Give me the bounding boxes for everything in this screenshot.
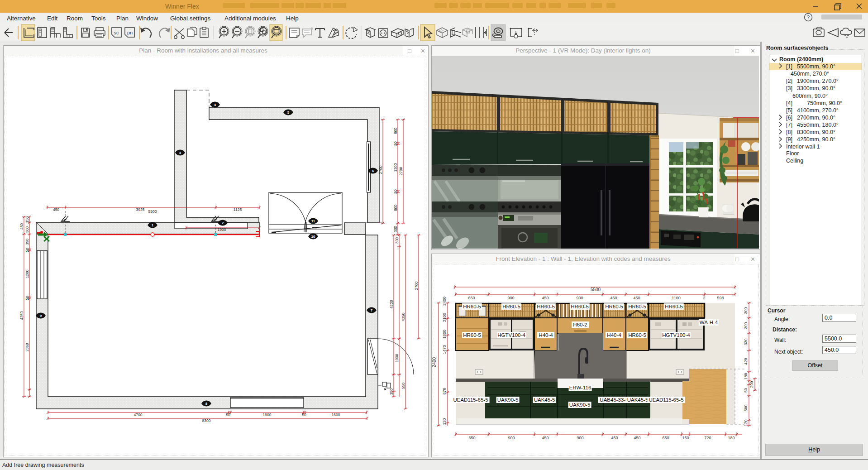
svg-text:HR60-5: HR60-5 [605, 304, 623, 309]
svg-text:390: 390 [25, 239, 29, 245]
svg-text:120: 120 [744, 419, 748, 426]
svg-text:50: 50 [744, 388, 748, 393]
svg-text:2700: 2700 [414, 281, 419, 290]
svg-text:HR60-5: HR60-5 [502, 304, 520, 309]
svg-text:8300: 8300 [202, 418, 211, 423]
svg-text:1100: 1100 [672, 296, 680, 300]
svg-text:450: 450 [611, 436, 618, 440]
svg-text:50: 50 [393, 141, 398, 146]
svg-text:300: 300 [744, 307, 748, 314]
svg-text:650: 650 [662, 436, 669, 440]
svg-text:300: 300 [25, 226, 29, 233]
svg-text:7: 7 [371, 308, 373, 312]
svg-text:450: 450 [542, 296, 548, 300]
svg-text:50: 50 [302, 412, 306, 417]
svg-text:300: 300 [744, 322, 748, 329]
svg-text:4250: 4250 [19, 311, 24, 320]
svg-text:HGTV100-4: HGTV100-4 [497, 332, 525, 338]
svg-text:2700: 2700 [378, 165, 383, 174]
svg-text:HR60-5: HR60-5 [463, 332, 481, 338]
svg-text:11: 11 [311, 219, 315, 223]
svg-text:H40-4: H40-4 [539, 332, 553, 338]
svg-text:1600: 1600 [332, 412, 340, 417]
svg-text:500: 500 [744, 404, 748, 411]
svg-text:450: 450 [634, 436, 640, 440]
svg-text:UEAD115-65-5: UEAD115-65-5 [649, 397, 683, 403]
svg-text:50: 50 [25, 296, 29, 300]
svg-text:2100: 2100 [442, 313, 447, 322]
svg-text:330: 330 [744, 338, 748, 345]
svg-text:sc: sc [114, 30, 119, 35]
svg-text:1125: 1125 [234, 207, 242, 212]
svg-text:50: 50 [393, 189, 398, 194]
svg-text:10: 10 [311, 235, 315, 239]
svg-text:1900: 1900 [218, 227, 226, 232]
svg-text:3925: 3925 [136, 207, 145, 212]
svg-text:H40-4: H40-4 [607, 332, 621, 338]
svg-text:900: 900 [576, 296, 583, 300]
svg-text:2400: 2400 [442, 297, 447, 306]
svg-text:450: 450 [53, 207, 59, 212]
svg-text:1800: 1800 [442, 330, 447, 339]
svg-text:150: 150 [682, 436, 689, 440]
svg-text:6: 6 [372, 169, 374, 173]
svg-text:900: 900 [577, 436, 583, 440]
svg-text:450: 450 [19, 223, 24, 230]
svg-text:5: 5 [287, 110, 290, 115]
svg-text:5500: 5500 [148, 209, 157, 214]
svg-text:2700: 2700 [399, 167, 403, 175]
svg-text:900: 900 [508, 436, 515, 440]
svg-text:650: 650 [468, 296, 475, 300]
svg-text:HR60-5: HR60-5 [628, 332, 646, 338]
svg-text:2: 2 [222, 221, 224, 225]
svg-text:8: 8 [205, 402, 208, 406]
svg-text:pn: pn [127, 30, 133, 35]
svg-text:2360: 2360 [25, 343, 29, 351]
svg-text:1000: 1000 [395, 354, 399, 362]
svg-text:598: 598 [717, 296, 724, 300]
svg-text:1200: 1200 [25, 269, 29, 278]
svg-text:HR60-5: HR60-5 [628, 304, 646, 309]
svg-text:UAK90-5: UAK90-5 [497, 397, 519, 403]
svg-text:1900: 1900 [263, 412, 272, 417]
svg-text:HR60-5: HR60-5 [571, 304, 589, 309]
svg-text:HR60-5: HR60-5 [463, 304, 481, 309]
svg-text:300: 300 [393, 226, 398, 232]
svg-text:550: 550 [401, 383, 405, 389]
svg-text:4200: 4200 [389, 300, 394, 308]
svg-text:180: 180 [744, 373, 748, 379]
svg-text:300: 300 [395, 237, 399, 244]
svg-text:UEAD115-65-5: UEAD115-65-5 [453, 397, 488, 403]
svg-text:50: 50 [25, 248, 29, 252]
svg-text:1470: 1470 [442, 345, 447, 354]
svg-text:720: 720 [704, 436, 711, 440]
svg-text:5500: 5500 [591, 287, 601, 292]
svg-text:3: 3 [179, 151, 181, 155]
svg-text:650: 650 [468, 436, 475, 440]
svg-text:600: 600 [393, 128, 398, 134]
svg-text:H60-2: H60-2 [573, 322, 587, 327]
svg-text:350: 350 [389, 388, 394, 395]
svg-text:200: 200 [749, 381, 754, 388]
svg-text:1200: 1200 [393, 163, 398, 172]
svg-text:2: 2 [703, 296, 705, 300]
svg-text:670: 670 [442, 388, 447, 394]
svg-text:180: 180 [728, 436, 734, 440]
svg-text:4: 4 [214, 103, 216, 107]
svg-text:450: 450 [610, 296, 617, 300]
svg-text:50: 50 [226, 412, 230, 417]
svg-text:UAK45-5: UAK45-5 [627, 397, 649, 403]
svg-text:120: 120 [442, 418, 447, 425]
svg-text:150: 150 [25, 216, 29, 223]
svg-text:ERW-116: ERW-116 [569, 385, 591, 390]
svg-text:UAK90-5: UAK90-5 [569, 402, 591, 408]
svg-text:1: 1 [152, 223, 154, 227]
svg-text:HR60-5: HR60-5 [537, 304, 555, 309]
svg-text:?: ? [807, 14, 810, 20]
svg-text:4700: 4700 [134, 412, 143, 417]
svg-text:420: 420 [744, 358, 748, 364]
svg-text:450: 450 [542, 436, 548, 440]
svg-text:800: 800 [393, 205, 398, 211]
svg-text:UAB45-33-5: UAB45-33-5 [600, 397, 628, 403]
svg-text:450: 450 [633, 296, 640, 300]
